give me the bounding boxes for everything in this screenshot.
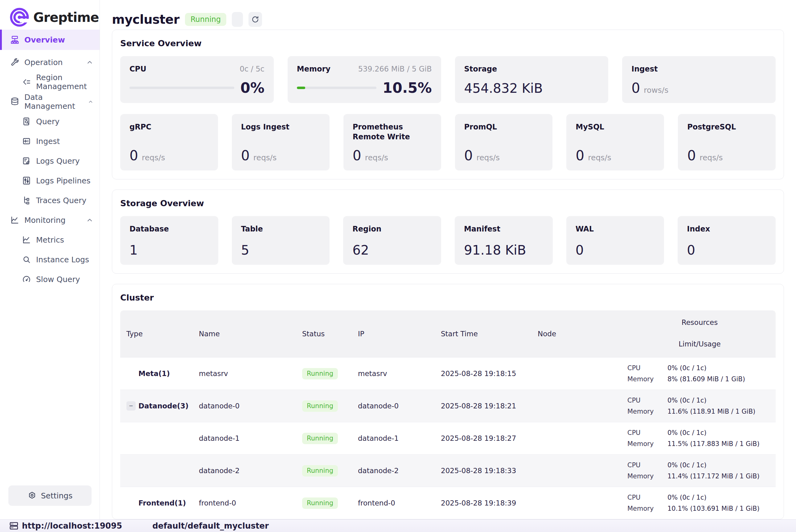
row-resources: CPU0% (0c / 1c) Memory10.1% (103.691 MiB… <box>624 493 776 513</box>
sidebar-item-label: Instance Logs <box>36 255 89 264</box>
greptime-spiral-icon <box>9 7 30 27</box>
table-label: Table <box>241 224 321 234</box>
sidebar-item-traces-query[interactable]: Traces Query <box>0 190 99 210</box>
sidebar-item-slow-query[interactable]: Slow Query <box>0 269 99 289</box>
cluster-section: Cluster Type Name Status IP Start Time N… <box>112 284 784 519</box>
query-document-icon <box>22 117 31 126</box>
settings-button[interactable]: Settings <box>8 486 92 506</box>
section-title: Service Overview <box>120 39 776 48</box>
mysql-label: MySQL <box>575 122 655 132</box>
sidebar-group-data-management[interactable]: Data Management <box>0 92 99 112</box>
prometheus-remote-write-value: 0 <box>353 149 361 163</box>
logs-ingest-value: 0 <box>241 149 250 163</box>
memory-resource-value: 11.5% (117.883 MiB / 1 GiB) <box>667 440 760 448</box>
table-card: Table 5 <box>232 216 330 265</box>
row-ip: datanode-1 <box>352 434 435 442</box>
memory-resource-label: Memory <box>627 505 667 513</box>
storage-card: Storage 454.832 KiB <box>455 56 609 103</box>
cpu-limit: 0c / 5c <box>240 65 264 73</box>
memory-progress-fill <box>297 87 305 89</box>
collapse-datanode-button[interactable]: − <box>127 401 136 411</box>
gear-icon <box>27 491 37 500</box>
sidebar-group-monitoring[interactable]: Monitoring <box>0 210 99 230</box>
sidebar-group-label: Monitoring <box>24 216 66 225</box>
status-badge: Running <box>302 497 338 509</box>
memory-resource-label: Memory <box>627 440 667 448</box>
row-resources: CPU0% (0c / 1c) Memory8% (81.609 MiB / 1… <box>624 364 776 383</box>
cpu-percent: 0% <box>241 81 265 95</box>
main-content: mycluster Running Service Overview CPU 0… <box>100 0 796 519</box>
sidebar-item-metrics[interactable]: Metrics <box>0 230 99 250</box>
ingest-label: Ingest <box>631 64 658 74</box>
memory-resource-value: 8% (81.609 MiB / 1 GiB) <box>667 375 745 383</box>
row-name: datanode-0 <box>193 402 296 410</box>
sidebar-item-logs-query[interactable]: Logs Query <box>0 151 99 171</box>
postgresql-card: PostgreSQL 0 reqs/s <box>678 114 776 170</box>
column-header-start-time: Start Time <box>435 310 531 357</box>
brand-name: Greptime <box>33 10 99 25</box>
grpc-card: gRPC 0 reqs/s <box>120 114 218 170</box>
column-header-node: Node <box>531 310 624 357</box>
cluster-title: mycluster <box>112 12 179 26</box>
traces-query-icon <box>22 196 31 205</box>
row-ip: frontend-0 <box>352 499 435 507</box>
sidebar-item-label: Overview <box>24 35 65 44</box>
resources-header: Resources <box>682 318 718 326</box>
prometheus-remote-write-label: Prometheus Remote Write <box>353 122 432 142</box>
sidebar-item-logs-pipelines[interactable]: Logs Pipelines <box>0 171 99 190</box>
memory-resource-label: Memory <box>627 407 667 416</box>
grpc-label: gRPC <box>130 122 209 132</box>
column-header-resources: Resources Limit/Usage <box>624 310 776 357</box>
memory-label: Memory <box>297 64 330 74</box>
memory-progress-track <box>297 87 376 89</box>
brand-logo: Greptime <box>0 0 99 30</box>
sidebar-group-label: Operation <box>24 58 62 67</box>
row-type: Meta(1) <box>138 369 170 378</box>
ingest-unit: rows/s <box>644 86 668 95</box>
table-row-datanode-0: − Datanode(3) datanode-0 Running datanod… <box>120 390 776 422</box>
prometheus-remote-write-unit: reqs/s <box>365 153 388 162</box>
region-label: Region <box>353 224 432 234</box>
sidebar-item-query[interactable]: Query <box>0 112 99 131</box>
sidebar-item-ingest[interactable]: Ingest <box>0 131 99 151</box>
logs-ingest-card: Logs Ingest 0 reqs/s <box>232 114 329 170</box>
chevron-up-icon <box>86 216 93 224</box>
index-label: Index <box>687 224 766 234</box>
row-start-time: 2025-08-28 19:18:15 <box>435 369 531 378</box>
sidebar-item-label: Logs Query <box>36 156 80 166</box>
sidebar-nav: Overview Operation Region Management <box>0 30 99 289</box>
row-name: datanode-1 <box>193 434 296 442</box>
cluster-status-badge: Running <box>185 13 226 26</box>
prometheus-remote-write-card: Prometheus Remote Write 0 reqs/s <box>343 114 441 170</box>
storage-overview-section: Storage Overview Database 1 Table 5 Regi… <box>112 190 784 274</box>
cpu-resource-label: CPU <box>627 493 667 501</box>
mysql-unit: reqs/s <box>588 153 611 162</box>
pause-refresh-button[interactable] <box>232 12 243 27</box>
status-badge: Running <box>302 433 338 444</box>
statusbar-database[interactable]: default/default_mycluster <box>152 521 269 530</box>
sidebar-item-overview[interactable]: Overview <box>0 30 99 50</box>
memory-limit: 539.266 MiB / 5 GiB <box>358 65 432 73</box>
grpc-unit: reqs/s <box>142 153 165 162</box>
sidebar-item-region-management[interactable]: Region Management <box>0 72 99 92</box>
sidebar-item-instance-logs[interactable]: Instance Logs <box>0 250 99 269</box>
service-overview-section: Service Overview CPU 0c / 5c 0% <box>112 30 784 179</box>
memory-resource-value: 11.6% (118.91 MiB / 1 GiB) <box>667 407 755 416</box>
index-value: 0 <box>687 244 766 257</box>
wal-card: WAL 0 <box>566 216 664 265</box>
cpu-resource-label: CPU <box>627 461 667 469</box>
column-header-ip: IP <box>352 310 435 357</box>
row-start-time: 2025-08-28 19:18:33 <box>435 467 531 475</box>
row-resources: CPU0% (0c / 1c) Memory11.5% (117.883 MiB… <box>624 429 776 448</box>
memory-resource-value: 11.4% (117.172 MiB / 1 GiB) <box>667 472 760 480</box>
sidebar-group-operation[interactable]: Operation <box>0 52 99 72</box>
ingest-value: 0 <box>631 81 640 95</box>
region-value: 62 <box>353 244 432 257</box>
region-card: Region 62 <box>343 216 441 265</box>
row-ip: metasrv <box>352 369 435 378</box>
manifest-card: Manifest 91.18 KiB <box>455 216 553 265</box>
chevron-up-icon <box>86 59 93 66</box>
refresh-button[interactable] <box>248 12 262 27</box>
manifest-label: Manifest <box>464 224 544 234</box>
statusbar-url[interactable]: http://localhost:19095 <box>22 521 122 530</box>
